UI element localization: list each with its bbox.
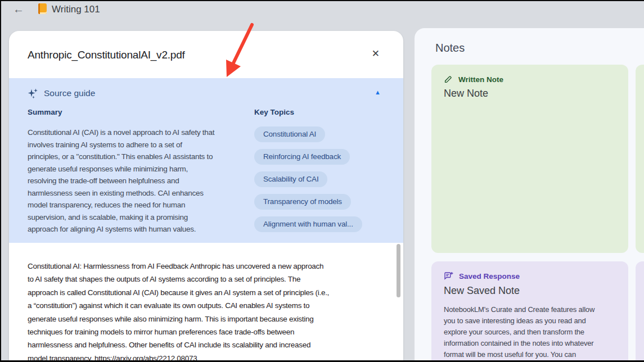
collapse-chevron-icon[interactable]: ▲	[375, 89, 381, 96]
saved-response-icon	[444, 272, 453, 281]
source-viewer-panel: Anthropic_ConstitutionalAI_v2.pdf ✕ Sour…	[9, 31, 403, 362]
note-title: New Note	[431, 84, 628, 99]
written-note-card[interactable]: Written Note New Note	[431, 65, 628, 253]
key-topic-chip[interactable]: Scalability of CAI	[254, 171, 327, 187]
source-guide-section: Source guide ▲ Summary Constitutional AI…	[9, 78, 403, 243]
next-saved-note-edge[interactable]	[636, 261, 644, 361]
note-body	[431, 99, 628, 107]
pencil-icon	[444, 75, 453, 84]
close-icon[interactable]: ✕	[372, 48, 380, 60]
scrollbar-thumb[interactable]	[397, 244, 400, 297]
source-viewer-header: Anthropic_ConstitutionalAI_v2.pdf ✕	[9, 31, 403, 78]
key-topic-chip[interactable]: Transparency of models	[254, 194, 351, 210]
note-card-header: Saved Response	[431, 261, 628, 281]
key-topics-heading: Key Topics	[254, 108, 385, 116]
document-text: Constitutional AI: Harmlessness from AI …	[28, 260, 398, 362]
note-type-label: Saved Response	[459, 272, 520, 280]
note-type-label: Written Note	[458, 75, 503, 84]
key-topic-chip[interactable]: Reinforcing AI feedback	[254, 149, 350, 165]
notes-panel: Notes Written Note New Note Saved Respon…	[415, 28, 644, 361]
summary-column: Summary Constitutional AI (CAI) is a nov…	[28, 108, 254, 239]
notes-panel-title: Notes	[435, 42, 465, 55]
key-topic-chip[interactable]: Constitutional AI	[254, 126, 325, 142]
sparkle-icon	[28, 88, 39, 99]
document-preview: Constitutional AI: Harmlessness from AI …	[28, 260, 398, 362]
source-guide-columns: Summary Constitutional AI (CAI) is a nov…	[28, 108, 385, 239]
source-guide-label: Source guide	[44, 88, 95, 98]
back-arrow-icon[interactable]: ←	[13, 2, 24, 16]
note-card-header: Written Note	[431, 65, 628, 84]
summary-text: Constitutional AI (CAI) is a novel appro…	[28, 126, 253, 236]
notebook-title[interactable]: Writing 101	[52, 3, 100, 16]
notebooklm-screen: ← Writing 101 Anthropic_ConstitutionalAI…	[0, 0, 644, 362]
note-title: New Saved Note	[431, 281, 628, 297]
next-written-note-edge[interactable]	[636, 65, 644, 253]
summary-heading: Summary	[28, 108, 254, 116]
saved-response-card[interactable]: Saved Response New Saved Note NotebookLM…	[431, 261, 628, 361]
source-guide-header: Source guide ▲	[28, 78, 385, 101]
notebook-icon	[38, 3, 47, 14]
source-title: Anthropic_ConstitutionalAI_v2.pdf	[28, 49, 185, 61]
key-topic-chip[interactable]: Alignment with human val...	[254, 216, 362, 232]
key-topics-column: Key Topics Constitutional AI Reinforcing…	[254, 108, 385, 239]
top-bar: ← Writing 101	[1, 1, 644, 18]
note-body: NotebookLM's Curate and Create features …	[431, 297, 628, 360]
